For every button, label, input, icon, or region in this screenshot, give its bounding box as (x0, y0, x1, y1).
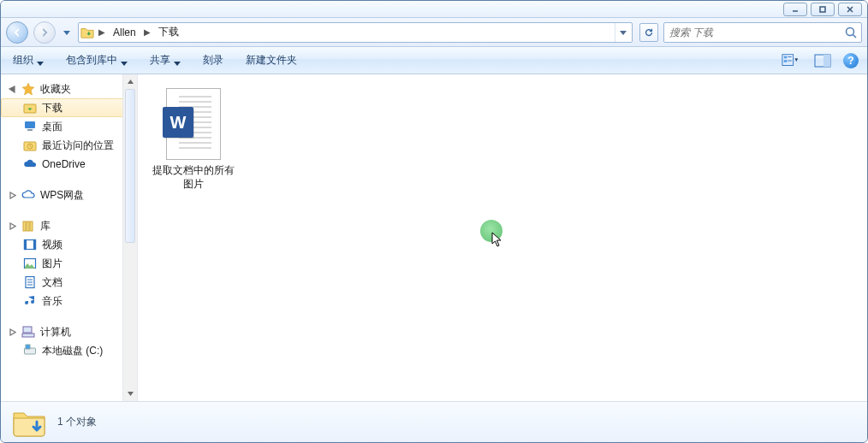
svg-rect-22 (25, 240, 27, 250)
sidebar-label: 本地磁盘 (C:) (42, 344, 103, 358)
svg-rect-20 (30, 222, 33, 231)
pictures-icon (23, 257, 37, 270)
computer-icon (21, 325, 35, 339)
sidebar-label: 音乐 (42, 294, 62, 309)
new-folder-button[interactable]: 新建文件夹 (242, 51, 300, 69)
search-box[interactable] (663, 22, 862, 43)
file-name: 提取文档中的所有图片 (152, 163, 235, 191)
titlebar (1, 1, 867, 18)
change-view-button[interactable] (778, 51, 802, 70)
close-button[interactable] (838, 3, 862, 16)
address-dropdown[interactable] (615, 23, 630, 42)
sidebar-item-cdrive[interactable]: 本地磁盘 (C:) (1, 341, 137, 360)
sidebar-item-documents[interactable]: 文档 (1, 273, 137, 292)
documents-icon (23, 275, 37, 289)
organize-button[interactable]: 组织 (9, 51, 47, 69)
svg-rect-14 (25, 121, 35, 128)
sidebar-item-wps[interactable]: WPS网盘 (1, 186, 137, 204)
help-button[interactable]: ? (843, 53, 859, 68)
toolbar-right: ? (778, 51, 859, 70)
libraries-icon (21, 219, 35, 233)
sidebar-item-downloads[interactable]: 下载 (1, 98, 137, 117)
svg-point-4 (847, 27, 854, 35)
history-dropdown[interactable] (61, 21, 73, 44)
burn-label: 刻录 (203, 53, 223, 68)
refresh-button[interactable] (639, 23, 658, 42)
star-icon (21, 82, 35, 96)
music-icon (23, 294, 37, 308)
organize-label: 组织 (13, 53, 33, 68)
word-document-icon: W (163, 88, 224, 160)
sidebar-item-desktop[interactable]: 桌面 (1, 117, 137, 136)
scroll-up-button[interactable] (123, 74, 137, 89)
navigation-pane[interactable]: 收藏夹 下载 桌面 最近访问的位置 OneDrive (1, 74, 138, 401)
sidebar-item-music[interactable]: 音乐 (1, 292, 137, 310)
chevron-down-icon (37, 57, 44, 64)
svg-rect-32 (26, 345, 30, 349)
forward-button[interactable] (33, 21, 56, 44)
svg-rect-19 (27, 222, 29, 231)
sidebar-item-libraries[interactable]: 库 (1, 216, 137, 235)
sidebar-item-onedrive[interactable]: OneDrive (1, 155, 137, 174)
sidebar-item-computer[interactable]: 计算机 (1, 322, 137, 341)
maximize-button[interactable] (811, 3, 835, 16)
click-highlight (480, 220, 502, 242)
word-badge: W (163, 107, 193, 138)
sidebar-label: 收藏夹 (40, 82, 71, 97)
file-item[interactable]: W 提取文档中的所有图片 (146, 83, 241, 196)
recent-icon (23, 139, 37, 152)
breadcrumb-seg-2[interactable]: 下载 (155, 25, 182, 39)
explorer-body: 收藏夹 下载 桌面 最近访问的位置 OneDrive (1, 74, 867, 401)
file-list-pane[interactable]: W 提取文档中的所有图片 (138, 74, 867, 401)
drive-icon (23, 344, 37, 357)
scroll-down-button[interactable] (123, 387, 137, 401)
svg-line-5 (853, 34, 857, 38)
sidebar-item-videos[interactable]: 视频 (1, 235, 137, 254)
back-button[interactable] (6, 21, 28, 44)
svg-rect-7 (784, 56, 788, 58)
folder-large-icon (11, 406, 47, 439)
scroll-thumb[interactable] (125, 89, 135, 243)
search-input[interactable] (668, 26, 844, 39)
expand-icon[interactable] (8, 328, 16, 336)
svg-rect-29 (23, 327, 32, 333)
sidebar-item-recent[interactable]: 最近访问的位置 (1, 136, 137, 155)
share-label: 共享 (150, 53, 170, 68)
share-button[interactable]: 共享 (146, 51, 184, 69)
breadcrumb-seg-1[interactable]: Allen (110, 27, 140, 38)
sidebar-label: 图片 (42, 257, 62, 271)
svg-rect-23 (34, 240, 36, 250)
wps-icon (21, 188, 35, 202)
sidebar-item-pictures[interactable]: 图片 (1, 254, 137, 273)
sidebar-scrollbar[interactable] (122, 74, 137, 401)
svg-rect-30 (22, 334, 34, 337)
address-bar[interactable]: ▶ Allen ▶ 下载 (78, 22, 633, 43)
include-in-library-button[interactable]: 包含到库中 (62, 51, 131, 69)
preview-pane-button[interactable] (811, 51, 835, 70)
videos-icon (23, 238, 37, 251)
chevron-right-icon[interactable]: ▶ (143, 27, 152, 37)
burn-button[interactable]: 刻录 (199, 51, 227, 69)
sidebar-label: WPS网盘 (40, 188, 84, 203)
folder-icon (80, 26, 94, 39)
chevron-right-icon[interactable]: ▶ (98, 27, 106, 37)
status-bar: 1 个对象 (1, 401, 867, 442)
new-folder-label: 新建文件夹 (246, 53, 297, 68)
sidebar-label: 计算机 (40, 325, 71, 340)
minimize-button[interactable] (783, 3, 807, 16)
include-label: 包含到库中 (66, 53, 117, 68)
command-bar: 组织 包含到库中 共享 刻录 新建文件夹 ? (1, 47, 867, 74)
svg-rect-12 (823, 55, 830, 67)
expand-icon[interactable] (8, 222, 16, 230)
svg-rect-1 (820, 7, 825, 12)
status-text: 1 个对象 (57, 415, 97, 429)
expand-icon[interactable] (8, 192, 16, 199)
search-icon (844, 26, 858, 39)
collapse-icon[interactable] (8, 86, 16, 93)
sidebar-label: OneDrive (42, 158, 86, 170)
sidebar-label: 库 (40, 219, 51, 233)
sidebar-label: 视频 (42, 238, 62, 252)
sidebar-item-favorites[interactable]: 收藏夹 (1, 80, 137, 98)
sidebar-label: 桌面 (42, 120, 62, 134)
explorer-window: ▶ Allen ▶ 下载 组织 包含到库中 共享 刻录 (0, 0, 868, 443)
